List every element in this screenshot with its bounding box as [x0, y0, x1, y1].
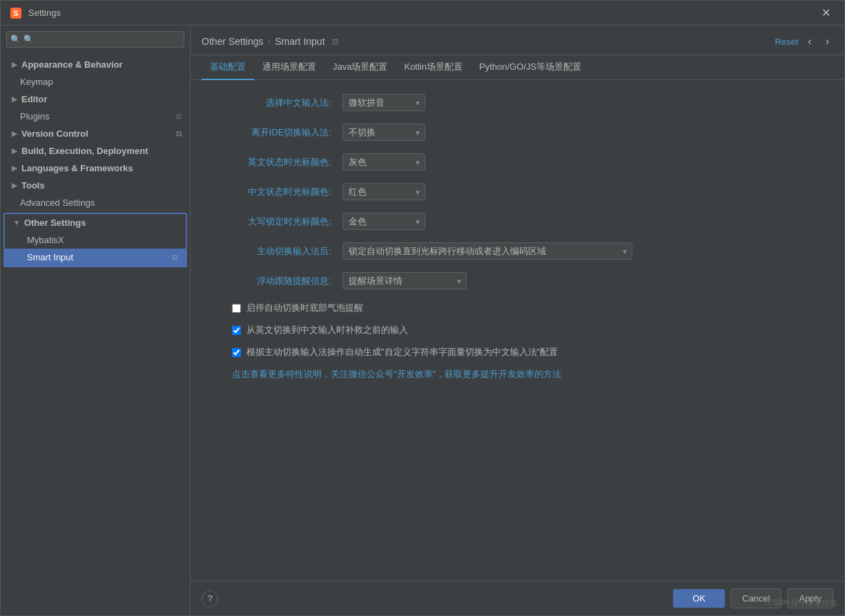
help-button[interactable]: ?	[202, 590, 218, 607]
setting-row-switch-after: 主动切换输入法后: 锁定自动切换直到光标跨行移动或者进入编码区域 立即启用自动切…	[218, 242, 817, 260]
zh-cursor-control[interactable]: 灰色 红色 蓝色 绿色 金色 ▼	[342, 183, 425, 200]
plugin-icon: ⊡	[176, 130, 182, 137]
app-icon: S	[9, 6, 23, 20]
plugin-icon: ⊡	[172, 253, 177, 261]
sidebar-item-appearance[interactable]: ▶ Appearance & Behavior	[1, 56, 190, 73]
other-settings-group: ▼ Other Settings MybatisX Smart Input ⊡	[3, 213, 187, 267]
tab-general[interactable]: 通用场景配置	[254, 55, 324, 80]
zh-cursor-select[interactable]: 灰色 红色 蓝色 绿色 金色	[342, 183, 425, 200]
expand-icon: ▶	[12, 61, 17, 68]
help-link[interactable]: 点击查看更多特性说明，关注微信公众号"开发效率"，获取更多提升开发效率的方法	[218, 368, 817, 381]
switch-after-control[interactable]: 锁定自动切换直到光标跨行移动或者进入编码区域 立即启用自动切换 禁用自动切换 ▼	[342, 242, 632, 260]
window-title: Settings	[28, 8, 816, 18]
search-input[interactable]	[6, 31, 184, 48]
header-actions: Reset ‹ ›	[775, 34, 833, 49]
zh-cursor-label: 中文状态时光标颜色:	[218, 186, 342, 198]
checkbox-2-label[interactable]: 从英文切换到中文输入时补救之前的输入	[246, 324, 408, 336]
caps-cursor-control[interactable]: 灰色 红色 蓝色 绿色 金色 ▼	[342, 213, 425, 230]
main-panel: Other Settings › Smart Input ⊡ Reset ‹ ›…	[191, 26, 844, 615]
leave-ide-label: 离开IDE切换输入法:	[218, 126, 342, 139]
setting-row-zh-cursor: 中文状态时光标颜色: 灰色 红色 蓝色 绿色 金色 ▼	[218, 183, 817, 200]
svg-text:S: S	[13, 9, 18, 17]
switch-after-select[interactable]: 锁定自动切换直到光标跨行移动或者进入编码区域 立即启用自动切换 禁用自动切换	[342, 242, 632, 260]
back-button[interactable]: ‹	[804, 34, 815, 49]
breadcrumb: Other Settings › Smart Input ⊡	[202, 36, 338, 47]
breadcrumb-current: Smart Input	[275, 36, 324, 47]
expand-icon: ▶	[12, 147, 17, 155]
checkbox-3[interactable]	[232, 348, 241, 357]
sidebar-nav: ▶ Appearance & Behavior Keymap ▶ Editor …	[1, 53, 190, 615]
sidebar-item-editor[interactable]: ▶ Editor	[1, 90, 190, 108]
footer: ? OK Cancel Apply	[191, 581, 844, 615]
checkbox-3-label[interactable]: 根据主动切换输入法操作自动生成"自定义字符串字面量切换为中文输入法"配置	[246, 346, 558, 358]
setting-row-leave-ide: 离开IDE切换输入法: 不切换 切换到英文 切换到中文 ▼	[218, 124, 817, 141]
en-cursor-select[interactable]: 灰色 红色 蓝色 绿色 金色	[342, 153, 425, 171]
content-area: 🔍 ▶ Appearance & Behavior Keymap ▶ Edito…	[1, 26, 844, 615]
sidebar: 🔍 ▶ Appearance & Behavior Keymap ▶ Edito…	[1, 26, 191, 615]
ok-button[interactable]: OK	[673, 589, 725, 608]
setting-row-en-cursor: 英文状态时光标颜色: 灰色 红色 蓝色 绿色 金色 ▼	[218, 153, 817, 171]
sidebar-item-tools[interactable]: ▶ Tools	[1, 177, 190, 194]
sidebar-item-smart-input[interactable]: Smart Input ⊡	[5, 249, 186, 266]
switch-after-label: 主动切换输入法后:	[218, 245, 342, 258]
expand-icon: ▶	[12, 130, 17, 137]
float-tip-select[interactable]: 提醒场景详情 简单提醒 关闭	[342, 272, 467, 289]
tab-python[interactable]: Python/GO/JS等场景配置	[471, 55, 590, 80]
leave-ide-control[interactable]: 不切换 切换到英文 切换到中文 ▼	[342, 124, 425, 141]
reset-button[interactable]: Reset	[775, 37, 798, 47]
expand-icon: ▶	[12, 164, 17, 172]
ime-control[interactable]: 微软拼音 搜狗拼音 百度拼音 ▼	[342, 94, 425, 111]
expand-icon: ▶	[12, 95, 17, 103]
other-settings-header[interactable]: ▼ Other Settings	[5, 214, 186, 231]
setting-row-ime: 选择中文输入法: 微软拼音 搜狗拼音 百度拼音 ▼	[218, 94, 817, 111]
expand-icon: ▶	[12, 182, 17, 189]
caps-cursor-select[interactable]: 灰色 红色 蓝色 绿色 金色	[342, 213, 425, 230]
checkbox-row-1: 启停自动切换时底部气泡提醒	[218, 302, 817, 314]
sidebar-item-mybatisx[interactable]: MybatisX	[5, 231, 186, 249]
checkbox-1[interactable]	[232, 304, 241, 313]
en-cursor-label: 英文状态时光标颜色:	[218, 156, 342, 169]
sidebar-item-languages[interactable]: ▶ Languages & Frameworks	[1, 160, 190, 177]
setting-row-caps-cursor: 大写锁定时光标颜色: 灰色 红色 蓝色 绿色 金色 ▼	[218, 213, 817, 230]
plugin-icon: ⊡	[176, 113, 182, 120]
title-bar: S Settings ✕	[1, 1, 844, 26]
tabs: 基础配置 通用场景配置 Java场景配置 Kotlin场景配置 Python/G…	[191, 55, 844, 80]
expand-icon: ▼	[13, 219, 20, 227]
tab-kotlin[interactable]: Kotlin场景配置	[396, 55, 471, 80]
checkbox-2[interactable]	[232, 326, 241, 335]
sidebar-item-build[interactable]: ▶ Build, Execution, Deployment	[1, 142, 190, 160]
forward-button[interactable]: ›	[822, 34, 833, 49]
checkbox-row-3: 根据主动切换输入法操作自动生成"自定义字符串字面量切换为中文输入法"配置	[218, 346, 817, 358]
float-tip-control[interactable]: 提醒场景详情 简单提醒 关闭 ▼	[342, 272, 467, 289]
settings-body: 选择中文输入法: 微软拼音 搜狗拼音 百度拼音 ▼ 离开IDE切换输入法:	[191, 80, 844, 581]
search-icon: 🔍	[10, 35, 21, 44]
tab-basic[interactable]: 基础配置	[202, 55, 254, 80]
breadcrumb-plugin-icon: ⊡	[332, 37, 338, 46]
sidebar-item-advanced[interactable]: Advanced Settings	[1, 194, 190, 211]
tab-java[interactable]: Java场景配置	[324, 55, 396, 80]
breadcrumb-parent: Other Settings	[202, 36, 264, 47]
sidebar-item-plugins[interactable]: Plugins ⊡	[1, 108, 190, 125]
leave-ide-select[interactable]: 不切换 切换到英文 切换到中文	[342, 124, 425, 141]
checkbox-row-2: 从英文切换到中文输入时补救之前的输入	[218, 324, 817, 336]
sidebar-item-keymap[interactable]: Keymap	[1, 73, 190, 90]
en-cursor-control[interactable]: 灰色 红色 蓝色 绿色 金色 ▼	[342, 153, 425, 171]
settings-window: S Settings ✕ 🔍 ▶ Appearance & Behavior K…	[0, 0, 845, 616]
watermark: CSDN @小尘爱自信	[768, 597, 837, 608]
setting-row-float-tip: 浮动跟随提醒信息: 提醒场景详情 简单提醒 关闭 ▼	[218, 272, 817, 289]
checkbox-1-label[interactable]: 启停自动切换时底部气泡提醒	[246, 302, 363, 314]
ime-select[interactable]: 微软拼音 搜狗拼音 百度拼音	[342, 94, 425, 111]
sidebar-item-version-control[interactable]: ▶ Version Control ⊡	[1, 125, 190, 142]
main-header: Other Settings › Smart Input ⊡ Reset ‹ ›	[191, 26, 844, 55]
search-box[interactable]: 🔍	[6, 31, 184, 48]
caps-cursor-label: 大写锁定时光标颜色:	[218, 215, 342, 228]
close-button[interactable]: ✕	[816, 3, 836, 22]
ime-label: 选择中文输入法:	[218, 97, 342, 109]
breadcrumb-separator: ›	[268, 36, 271, 47]
float-tip-label: 浮动跟随提醒信息:	[218, 275, 342, 287]
